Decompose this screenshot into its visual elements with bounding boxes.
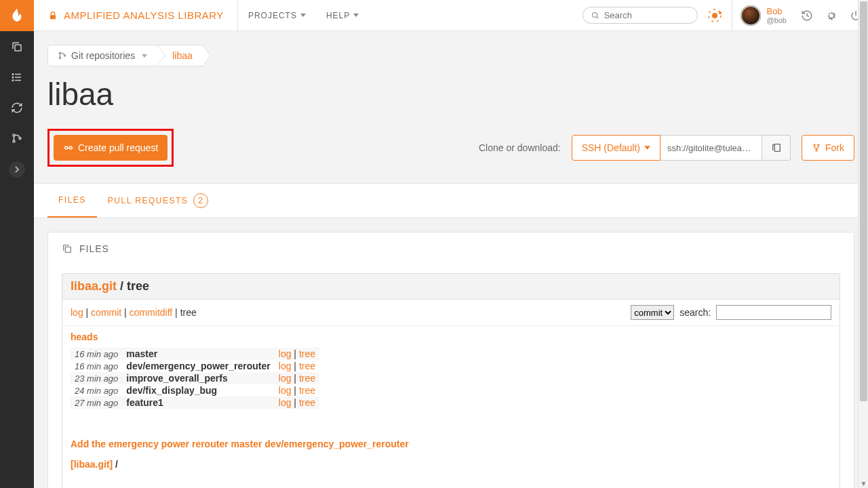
svg-point-20	[69, 146, 72, 149]
svg-point-16	[59, 52, 60, 54]
clone-url-field[interactable]: ssh://gitolite@tulea…	[660, 135, 762, 161]
log-link[interactable]: log	[279, 385, 292, 396]
heads-table: 16 min agomasterlog | tree 16 min agodev…	[62, 348, 840, 420]
commit-link[interactable]: commit	[91, 307, 121, 318]
repo-nav-links: log | commit | commitdiff | tree	[71, 307, 197, 318]
table-row: 16 min agomasterlog | tree	[71, 348, 319, 360]
chevron-down-icon	[300, 14, 306, 17]
chevron-down-icon	[644, 146, 650, 150]
history-icon	[801, 9, 813, 22]
scrollbar[interactable]: ▼	[858, 0, 868, 488]
topbar: AMPLIFIED ANALYSIS LIBRARY PROJECTS HELP…	[34, 0, 868, 31]
commitdiff-link[interactable]: commitdiff	[130, 307, 173, 318]
chevron-down-icon	[353, 14, 359, 17]
page-title: libaa	[47, 76, 854, 113]
log-link[interactable]: log	[279, 348, 292, 359]
tab-files[interactable]: FILES	[47, 184, 97, 218]
clone-group: SSH (Default) ssh://gitolite@tulea…	[572, 135, 791, 161]
sidebar-item-git[interactable]	[0, 123, 34, 153]
log-link[interactable]: log	[279, 397, 292, 408]
table-row: 27 min agofeature1log | tree	[71, 396, 319, 409]
tab-pull-requests[interactable]: PULL REQUESTS 2	[97, 184, 219, 218]
chevron-right-icon	[14, 166, 20, 173]
protocol-dropdown[interactable]: SSH (Default)	[572, 135, 660, 161]
action-row: Create pull request Clone or download: S…	[47, 129, 854, 167]
log-link[interactable]: log	[279, 373, 292, 384]
sidebar-item-sync[interactable]	[0, 92, 34, 123]
repo-nav-row: log | commit | commitdiff | tree commit …	[62, 300, 840, 326]
tree-link[interactable]: tree	[299, 385, 315, 396]
git-icon	[58, 51, 67, 60]
svg-point-13	[712, 13, 717, 18]
svg-point-5	[12, 77, 14, 78]
repo-name-link[interactable]: libaa.git	[71, 279, 117, 293]
user-menu[interactable]: Bob @bob	[732, 0, 795, 31]
sidebar-item-list[interactable]	[0, 62, 34, 92]
tabs: FILES PULL REQUESTS 2	[34, 183, 868, 218]
pr-count-badge: 2	[193, 193, 208, 208]
file-row: FV--F--F-- 18 Makefile blob | history | …	[62, 474, 840, 488]
repo-search-input[interactable]	[716, 305, 831, 320]
search-type-select[interactable]: commit	[631, 305, 674, 320]
path-line: [libaa.git] /	[62, 455, 840, 474]
breadcrumb-root[interactable]: Git repositories	[47, 45, 157, 66]
settings-button[interactable]	[819, 9, 844, 22]
project-name: AMPLIFIED ANALYSIS LIBRARY	[64, 9, 224, 21]
sidebar-item-docs[interactable]	[0, 31, 34, 62]
avatar	[741, 5, 761, 26]
lock-icon	[47, 10, 58, 21]
flame-icon	[8, 7, 26, 24]
user-handle: @bob	[766, 16, 787, 24]
svg-point-15	[719, 12, 722, 14]
tree-link[interactable]: tree	[299, 373, 315, 384]
svg-point-23	[814, 144, 815, 146]
svg-point-11	[593, 12, 597, 17]
scroll-down-arrow[interactable]: ▼	[859, 479, 868, 488]
table-row: 24 min agodev/fix_display_buglog | tree	[71, 384, 319, 396]
svg-point-17	[59, 57, 60, 58]
tree-current: tree	[180, 307, 197, 318]
svg-rect-10	[50, 15, 56, 19]
app-switcher[interactable]	[705, 5, 725, 26]
chevron-down-icon	[142, 54, 147, 58]
svg-point-24	[818, 144, 819, 146]
fork-icon	[812, 143, 821, 152]
main-content: Git repositories libaa libaa Create pull…	[34, 31, 868, 488]
breadcrumb: Git repositories libaa	[47, 45, 854, 66]
repo-title: libaa.git / tree	[62, 274, 840, 300]
svg-point-19	[65, 146, 68, 149]
svg-point-8	[13, 140, 15, 142]
log-link[interactable]: log	[71, 307, 83, 318]
svg-point-18	[64, 55, 65, 56]
project-link[interactable]: AMPLIFIED ANALYSIS LIBRARY	[34, 9, 237, 21]
nav-projects[interactable]: PROJECTS	[238, 0, 316, 31]
repo-box: libaa.git / tree log | commit | commitdi…	[62, 273, 840, 488]
table-row: 16 min agodev/emergency_power_rerouterlo…	[71, 360, 319, 372]
svg-point-7	[13, 134, 15, 136]
app-logo[interactable]	[0, 0, 34, 31]
orbit-icon	[707, 7, 723, 24]
search-input[interactable]	[583, 7, 698, 24]
svg-point-25	[816, 150, 817, 151]
table-row: 23 min agoimprove_overall_perfslog | tre…	[71, 372, 319, 384]
heads-title: heads	[62, 326, 840, 348]
copy-button[interactable]	[762, 135, 791, 161]
svg-point-6	[12, 79, 14, 81]
log-link[interactable]: log	[279, 361, 292, 371]
fork-button[interactable]: Fork	[802, 135, 854, 161]
path-repo-link[interactable]: [libaa.git]	[71, 459, 113, 470]
create-pr-button[interactable]: Create pull request	[54, 135, 167, 161]
tree-link[interactable]: tree	[299, 361, 315, 371]
nav-help[interactable]: HELP	[316, 0, 369, 31]
svg-rect-22	[774, 144, 780, 152]
svg-point-9	[19, 137, 21, 139]
history-button[interactable]	[795, 9, 819, 22]
search-field[interactable]	[604, 10, 690, 20]
tree-link[interactable]: tree	[299, 397, 315, 408]
commit-message[interactable]: Add the emergency power rerouter master …	[62, 433, 840, 455]
scrollbar-thumb[interactable]	[860, 1, 867, 401]
sidebar-expand[interactable]	[0, 161, 34, 178]
tree-link[interactable]: tree	[299, 348, 315, 359]
sidebar	[0, 0, 34, 488]
copy-icon	[62, 243, 73, 254]
